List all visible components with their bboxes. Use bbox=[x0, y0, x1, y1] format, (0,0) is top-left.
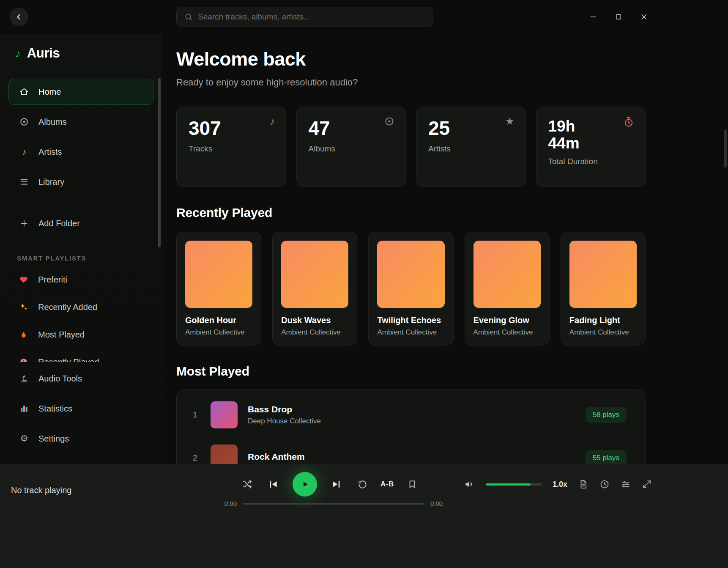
stat-card-albums: 47 Albums bbox=[296, 107, 406, 187]
sidebar-scrollbar-thumb[interactable] bbox=[158, 78, 161, 247]
total-time: 0:00 bbox=[430, 500, 446, 507]
shuffle-button[interactable] bbox=[238, 475, 257, 494]
stat-label: Tracks bbox=[189, 144, 274, 154]
search-bar[interactable] bbox=[176, 7, 433, 27]
repeat-button[interactable] bbox=[353, 475, 372, 494]
track-rank: 1 bbox=[193, 410, 204, 420]
stat-card-artists: 25 Artists ★ bbox=[416, 107, 526, 187]
most-played-list: 1 Bass Drop Deep House Collective 58 pla… bbox=[176, 390, 646, 464]
sidebar-item-audio-tools[interactable]: Audio Tools bbox=[8, 365, 153, 392]
playlist-item-label: Preferiti bbox=[38, 275, 67, 285]
playback-controls: A-B bbox=[238, 472, 422, 497]
music-note-icon: ♪ bbox=[270, 116, 275, 126]
playlist-item-label: Most Played bbox=[38, 330, 85, 340]
sidebar-item-label: Settings bbox=[38, 434, 69, 444]
lyrics-icon[interactable] bbox=[578, 479, 588, 489]
track-title: Bass Drop bbox=[248, 404, 586, 414]
album-artist: Ambient Collective bbox=[281, 328, 348, 337]
disc-icon bbox=[19, 117, 29, 126]
page-title: Welcome back bbox=[176, 48, 728, 70]
track-row[interactable]: 2 Rock Anthem 55 plays bbox=[177, 436, 645, 464]
playlist-item-recently-added[interactable]: Recently Added bbox=[8, 295, 153, 319]
track-row[interactable]: 1 Bass Drop Deep House Collective 58 pla… bbox=[177, 393, 645, 436]
bookmark-button[interactable] bbox=[402, 475, 422, 494]
album-card[interactable]: Twilight Echoes Ambient Collective bbox=[368, 232, 453, 346]
star-icon: ★ bbox=[505, 116, 515, 126]
minimize-button[interactable] bbox=[585, 8, 602, 25]
elapsed-time: 0:00 bbox=[222, 500, 237, 507]
sidebar-item-artists[interactable]: ♪ Artists bbox=[8, 139, 153, 165]
sidebar-item-settings[interactable]: ⚙ Settings bbox=[8, 425, 153, 452]
maximize-button[interactable] bbox=[610, 8, 627, 25]
stat-value: 47 bbox=[309, 118, 394, 139]
stat-label: Total Duration bbox=[548, 157, 634, 166]
heart-icon bbox=[19, 275, 29, 284]
album-cover bbox=[185, 241, 252, 308]
track-cover bbox=[211, 401, 238, 428]
music-note-icon: ♪ bbox=[19, 147, 29, 157]
sidebar-scroll-area: Home Albums ♪ Artists Library bbox=[0, 69, 162, 362]
sidebar-item-label: Statistics bbox=[38, 404, 72, 414]
playlist-item-most-played[interactable]: Most Played bbox=[8, 323, 153, 346]
chevron-left-icon bbox=[14, 12, 24, 22]
play-count-badge: 58 plays bbox=[586, 407, 627, 423]
album-card[interactable]: Fading Light Ambient Collective bbox=[561, 232, 646, 346]
sidebar-item-albums[interactable]: Albums bbox=[8, 109, 153, 135]
playlist-item-recently-played[interactable]: Recently Played bbox=[8, 350, 153, 362]
topbar bbox=[0, 0, 728, 34]
bar-chart-icon bbox=[19, 404, 29, 413]
main-scrollbar-thumb[interactable] bbox=[724, 129, 727, 167]
stat-value: 307 bbox=[189, 118, 274, 139]
album-card[interactable]: Dusk Waves Ambient Collective bbox=[272, 232, 357, 346]
album-title: Golden Hour bbox=[185, 316, 252, 325]
stopwatch-icon bbox=[623, 116, 634, 129]
sidebar-bottom-section: Audio Tools Statistics ⚙ Settings bbox=[0, 362, 162, 464]
sparkles-icon bbox=[19, 302, 29, 312]
logo-music-note-icon: ♪ bbox=[15, 47, 21, 60]
microscope-icon bbox=[19, 374, 29, 383]
volume-icon[interactable] bbox=[464, 479, 475, 490]
stats-grid: 307 Tracks ♪ 47 Albums 25 Artists ★ bbox=[176, 107, 646, 187]
volume-slider[interactable] bbox=[486, 483, 542, 486]
playback-speed-button[interactable]: 1.0x bbox=[553, 480, 567, 489]
sidebar-item-home[interactable]: Home bbox=[8, 79, 153, 105]
stat-card-tracks: 307 Tracks ♪ bbox=[176, 107, 286, 187]
ab-repeat-button[interactable]: A-B bbox=[379, 475, 396, 494]
album-cover bbox=[473, 241, 541, 308]
history-clock-icon[interactable] bbox=[599, 479, 610, 489]
flame-icon bbox=[19, 330, 29, 339]
stat-value: 25 bbox=[428, 118, 514, 139]
stat-value: 19h 44m bbox=[548, 118, 596, 152]
progress-row: 0:00 0:00 bbox=[222, 500, 446, 507]
album-card[interactable]: Evening Glow Ambient Collective bbox=[465, 232, 550, 346]
app-window: ♪ Auris Home Albums ♪ bbox=[0, 0, 728, 568]
close-button[interactable] bbox=[635, 8, 652, 25]
recently-played-grid: Golden Hour Ambient Collective Dusk Wave… bbox=[176, 232, 646, 346]
album-card[interactable]: Golden Hour Ambient Collective bbox=[176, 232, 261, 346]
next-track-button[interactable] bbox=[326, 475, 346, 494]
now-playing-status: No track playing bbox=[11, 486, 71, 495]
sidebar-item-statistics[interactable]: Statistics bbox=[8, 395, 153, 422]
album-artist: Ambient Collective bbox=[569, 328, 637, 337]
page-subtitle: Ready to enjoy some high-resolution audi… bbox=[176, 77, 728, 88]
track-cover bbox=[211, 445, 238, 464]
add-folder-button[interactable]: Add Folder bbox=[8, 210, 153, 236]
playlist-item-preferiti[interactable]: Preferiti bbox=[8, 268, 153, 291]
album-artist: Ambient Collective bbox=[377, 328, 444, 337]
equalizer-icon[interactable] bbox=[621, 479, 631, 489]
album-title: Evening Glow bbox=[473, 316, 541, 325]
track-title: Rock Anthem bbox=[248, 452, 586, 462]
play-count-badge: 55 plays bbox=[586, 450, 627, 464]
seek-bar[interactable] bbox=[243, 503, 424, 505]
previous-track-button[interactable] bbox=[264, 475, 283, 494]
app-logo: ♪ Auris bbox=[0, 34, 162, 69]
sidebar-item-library[interactable]: Library bbox=[8, 169, 153, 195]
search-input[interactable] bbox=[198, 12, 425, 22]
clock-icon bbox=[19, 357, 29, 362]
album-cover bbox=[281, 241, 348, 308]
fullscreen-icon[interactable] bbox=[642, 479, 652, 489]
disc-icon bbox=[384, 116, 394, 128]
back-button[interactable] bbox=[10, 8, 28, 26]
sidebar-item-label: Audio Tools bbox=[38, 374, 82, 384]
play-button[interactable] bbox=[293, 472, 317, 497]
